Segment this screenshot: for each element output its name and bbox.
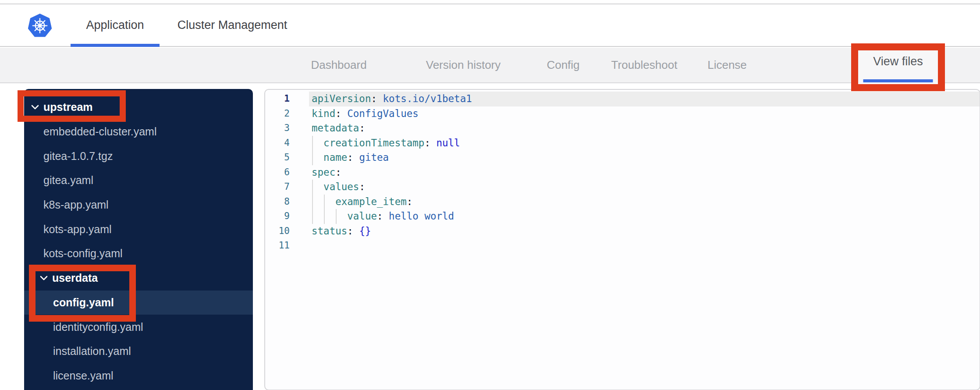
token-ws — [312, 196, 335, 207]
tree-file-installation-yaml[interactable]: installation.yaml — [24, 339, 253, 364]
token-ws — [312, 210, 347, 222]
line-number: 11 — [265, 238, 290, 253]
tree-folder-userdata[interactable]: userdata — [24, 266, 253, 291]
tree-folder-upstream[interactable]: upstream — [24, 95, 253, 120]
code-text: apiVersion: kots.io/v1beta1 — [290, 92, 980, 106]
line-number: 6 — [265, 165, 290, 180]
tree-item-label: config.yaml — [53, 296, 114, 309]
subnav-item-version-history[interactable]: Version history — [426, 48, 501, 82]
token-key: creationTimestamp — [323, 137, 424, 149]
line-number: 10 — [265, 224, 290, 239]
subnav-item-troubleshoot[interactable]: Troubleshoot — [611, 48, 678, 82]
token-pun: : — [377, 210, 389, 222]
code-text: values: — [290, 180, 980, 195]
tree-item-label: kots-config.yaml — [43, 247, 123, 260]
tree-item-label: license.yaml — [53, 369, 114, 382]
tree-file-embedded-cluster-yaml[interactable]: embedded-cluster.yaml — [24, 120, 253, 144]
token-pun: : — [407, 196, 413, 207]
code-text: kind: ConfigValues — [290, 106, 980, 121]
token-pun: : — [359, 181, 365, 192]
tree-item-label: gitea-1.0.7.tgz — [43, 150, 113, 163]
token-pun: : — [371, 93, 383, 104]
token-key: example_item — [335, 196, 407, 207]
token-ws — [312, 137, 323, 149]
line-number: 9 — [265, 209, 290, 224]
yaml-editor[interactable]: 1apiVersion: kots.io/v1beta12kind: Confi… — [264, 89, 980, 390]
code-text: example_item: — [290, 195, 980, 209]
chevron-down-icon — [40, 276, 48, 280]
active-tab-underline — [863, 79, 933, 82]
line-number: 5 — [265, 150, 290, 165]
code-line-2[interactable]: 2kind: ConfigValues — [265, 106, 980, 121]
subnav-item-dashboard[interactable]: Dashboard — [311, 48, 366, 82]
token-val: ConfigValues — [347, 108, 419, 119]
tree-file-gitea-1-0-7-tgz[interactable]: gitea-1.0.7.tgz — [24, 144, 253, 168]
app-subnav: DashboardVersion historyConfigTroublesho… — [0, 48, 980, 83]
token-key: kind — [312, 108, 335, 119]
code-line-3[interactable]: 3metadata: — [265, 121, 980, 136]
code-text: name: gitea — [290, 150, 980, 165]
kots-admin-console: ApplicationCluster Management DashboardV… — [0, 0, 980, 390]
app-tab-label: Application — [86, 18, 144, 32]
token-val: hello world — [389, 210, 454, 222]
code-line-5[interactable]: 5 name: gitea — [265, 150, 980, 165]
tree-item-label: upstream — [43, 101, 93, 113]
code-line-11[interactable]: 11 — [265, 238, 980, 253]
tree-file-gitea-yaml[interactable]: gitea.yaml — [24, 168, 253, 193]
tree-item-label: kots-app.yaml — [43, 223, 112, 236]
code-line-1[interactable]: 1apiVersion: kots.io/v1beta1 — [265, 92, 980, 106]
code-text: spec: — [290, 165, 980, 180]
token-const: {} — [359, 225, 371, 237]
code-line-6[interactable]: 6spec: — [265, 165, 980, 180]
token-key: metadata — [312, 122, 359, 134]
code-line-4[interactable]: 4 creationTimestamp: null — [265, 136, 980, 151]
token-val: kots.io/v1beta1 — [383, 93, 472, 104]
code-text: creationTimestamp: null — [290, 136, 980, 151]
tree-file-kots-config-yaml[interactable]: kots-config.yaml — [24, 241, 253, 266]
token-val: gitea — [359, 152, 389, 163]
app-tab-label: Cluster Management — [178, 18, 288, 32]
app-tab-application[interactable]: Application — [71, 4, 160, 46]
code-line-9[interactable]: 9 value: hello world — [265, 209, 980, 224]
token-key: name — [323, 152, 347, 163]
token-ws — [312, 181, 323, 192]
line-number: 2 — [265, 106, 290, 121]
code-text: value: hello world — [290, 209, 980, 224]
code-lines: 1apiVersion: kots.io/v1beta12kind: Confi… — [265, 92, 980, 253]
token-key: spec — [312, 167, 335, 178]
token-key: value — [347, 210, 377, 222]
tree-item-label: userdata — [52, 272, 98, 284]
tree-item-label: k8s-app.yaml — [43, 199, 109, 211]
line-number: 1 — [265, 92, 290, 106]
tree-item-label: identityconfig.yaml — [53, 321, 143, 333]
token-ws — [312, 152, 323, 163]
subnav-item-config[interactable]: Config — [547, 48, 579, 82]
code-text: status: {} — [290, 224, 980, 239]
tree-file-identityconfig-yaml[interactable]: identityconfig.yaml — [24, 315, 253, 339]
code-text — [290, 238, 980, 253]
code-text: metadata: — [290, 121, 980, 136]
token-key: apiVersion — [312, 93, 371, 104]
line-number: 3 — [265, 121, 290, 136]
app-header: ApplicationCluster Management — [0, 4, 980, 47]
line-number: 4 — [265, 136, 290, 151]
tree-item-label: installation.yaml — [53, 345, 131, 358]
subnav-item-license[interactable]: License — [707, 48, 747, 82]
token-key: values — [323, 181, 359, 192]
app-tab-cluster-management[interactable]: Cluster Management — [167, 4, 298, 46]
token-pun: : — [335, 167, 341, 178]
tree-file-license-yaml[interactable]: license.yaml — [24, 364, 253, 388]
tree-item-label: gitea.yaml — [43, 174, 93, 187]
active-tab-underline — [71, 44, 160, 47]
code-line-8[interactable]: 8 example_item: — [265, 195, 980, 209]
code-line-7[interactable]: 7 values: — [265, 180, 980, 195]
code-line-10[interactable]: 10status: {} — [265, 224, 980, 239]
tree-item-label: embedded-cluster.yaml — [43, 125, 156, 138]
tab-view-files[interactable]: View files — [851, 43, 945, 91]
tab-view-files-label: View files — [858, 55, 938, 68]
token-pun: : — [424, 137, 436, 149]
chevron-down-icon — [31, 105, 39, 110]
tree-file-config-yaml[interactable]: config.yaml — [24, 291, 253, 315]
tree-file-kots-app-yaml[interactable]: kots-app.yaml — [24, 217, 253, 241]
tree-file-k8s-app-yaml[interactable]: k8s-app.yaml — [24, 193, 253, 217]
